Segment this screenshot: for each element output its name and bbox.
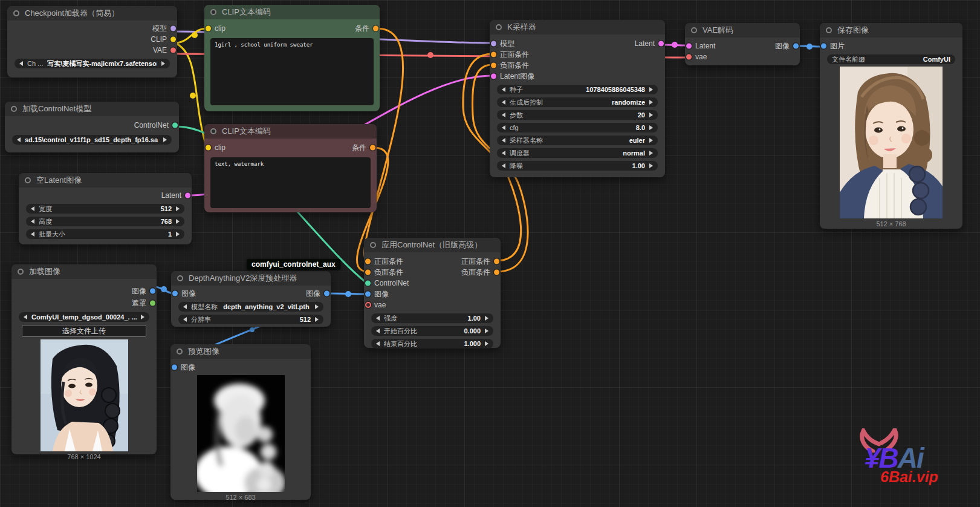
- decrement-arrow[interactable]: [376, 341, 380, 346]
- port-mask[interactable]: [150, 301, 155, 306]
- node-load-image[interactable]: 加载图像 图像 遮罩 ComfyUI_temp_dgsod_00024_. ..…: [11, 264, 157, 454]
- prompt-textarea[interactable]: 1girl , school uniform sweater: [210, 38, 374, 105]
- decrement-arrow[interactable]: [376, 329, 380, 333]
- decrement-arrow[interactable]: [31, 219, 34, 224]
- link-dot[interactable]: [672, 42, 678, 48]
- slot-row-latent[interactable]: Latent 图像: [685, 41, 800, 51]
- prev-arrow[interactable]: [183, 304, 187, 309]
- output-slot-image[interactable]: 图像: [11, 285, 157, 297]
- slot-row-model[interactable]: 模型 Latent: [490, 38, 665, 49]
- collapse-dot-icon[interactable]: [210, 9, 216, 15]
- port-latent-image-input[interactable]: [491, 74, 496, 79]
- node-titlebar[interactable]: VAE解码: [685, 23, 800, 38]
- scheduler-widget[interactable]: 调度器 normal: [497, 148, 658, 158]
- resolution-widget[interactable]: 分辨率 512: [178, 315, 323, 324]
- slot-row-vae[interactable]: vae: [685, 51, 800, 62]
- port-clip-input[interactable]: [206, 26, 211, 31]
- node-titlebar[interactable]: Checkpoint加载器（简易）: [7, 6, 177, 21]
- prompt-textarea[interactable]: text, watermark: [210, 157, 371, 208]
- node-clip-text-encode-positive[interactable]: CLIP文本编码 clip 条件 1girl , school uniform …: [204, 5, 380, 111]
- decrement-arrow[interactable]: [502, 87, 505, 92]
- node-titlebar[interactable]: 保存图像: [820, 23, 962, 38]
- node-preview-image[interactable]: 预览图像 图像: [170, 344, 311, 500]
- increment-arrow[interactable]: [176, 206, 180, 211]
- link-dot[interactable]: [250, 327, 255, 332]
- port-model-input[interactable]: [491, 41, 496, 47]
- slot-row[interactable]: clip 条件: [204, 141, 377, 154]
- collapse-dot-icon[interactable]: [11, 106, 17, 112]
- slot-row-image[interactable]: 图像: [170, 362, 311, 373]
- slot-row[interactable]: clip 条件: [204, 22, 380, 35]
- port-image-output[interactable]: [324, 291, 329, 296]
- port-controlnet[interactable]: [172, 123, 178, 128]
- link-dot[interactable]: [161, 286, 167, 292]
- collapse-dot-icon[interactable]: [210, 128, 216, 134]
- port-conditioning-output[interactable]: [370, 145, 375, 151]
- port-clip[interactable]: [170, 37, 176, 42]
- slot-row-vae[interactable]: vae: [364, 299, 501, 310]
- collapse-dot-icon[interactable]: [13, 10, 19, 16]
- decrement-arrow[interactable]: [502, 125, 505, 130]
- increment-arrow[interactable]: [649, 113, 653, 117]
- cfg-widget[interactable]: cfg 8.0: [497, 123, 658, 132]
- port-negative-input[interactable]: [491, 63, 496, 68]
- slot-row-positive[interactable]: 正面条件 正面条件: [364, 256, 501, 267]
- denoise-widget[interactable]: 降噪 1.00: [497, 161, 658, 171]
- next-arrow[interactable]: [649, 100, 653, 105]
- decrement-arrow[interactable]: [502, 163, 505, 168]
- slot-row-negative[interactable]: 负面条件: [490, 60, 665, 71]
- port-image[interactable]: [150, 289, 155, 294]
- prev-arrow[interactable]: [502, 151, 505, 155]
- collapse-dot-icon[interactable]: [370, 242, 376, 248]
- next-arrow[interactable]: [141, 315, 144, 319]
- node-controlnet-loader[interactable]: 加载ControlNet模型 ControlNet sd.15\control_…: [5, 102, 179, 152]
- prev-arrow[interactable]: [19, 61, 23, 66]
- collapse-dot-icon[interactable]: [177, 275, 183, 281]
- next-arrow[interactable]: [161, 61, 165, 66]
- ckpt-name-widget[interactable]: Ch ... 写实\麦橘写实-majicmix7.safetensors: [15, 59, 170, 68]
- link-dot[interactable]: [192, 32, 198, 38]
- port-conditioning-output[interactable]: [373, 26, 378, 31]
- collapse-dot-icon[interactable]: [18, 269, 24, 275]
- prev-arrow[interactable]: [502, 100, 505, 105]
- width-widget[interactable]: 宽度 512: [26, 204, 184, 214]
- node-titlebar[interactable]: 应用ControlNet（旧版高级）: [364, 238, 501, 252]
- image-file-widget[interactable]: ComfyUI_temp_dgsod_00024_. ...: [19, 312, 149, 322]
- steps-widget[interactable]: 步数 20: [497, 110, 658, 120]
- prev-arrow[interactable]: [24, 315, 27, 319]
- node-titlebar[interactable]: 加载ControlNet模型: [5, 102, 179, 116]
- slot-row-positive[interactable]: 正面条件: [490, 49, 665, 60]
- port-image-input[interactable]: [172, 365, 177, 370]
- node-clip-text-encode-negative[interactable]: CLIP文本编码 clip 条件 text, watermark: [204, 124, 377, 212]
- port-image-input[interactable]: [172, 291, 178, 296]
- decrement-arrow[interactable]: [502, 113, 505, 117]
- port-negative-output[interactable]: [494, 270, 499, 275]
- node-titlebar[interactable]: CLIP文本编码: [204, 5, 380, 19]
- node-depth-preprocessor[interactable]: DepthAnythingV2深度预处理器 图像 图像 模型名称 depth_a…: [171, 271, 331, 327]
- port-vae-input[interactable]: [686, 54, 692, 60]
- output-slot-latent[interactable]: Latent: [19, 190, 192, 201]
- port-latent-input[interactable]: [686, 44, 692, 49]
- port-positive-output[interactable]: [494, 259, 499, 264]
- model-name-widget[interactable]: 模型名称 depth_anything_v2_vitl.pth: [178, 302, 323, 312]
- next-arrow[interactable]: [315, 304, 319, 309]
- slot-row-image[interactable]: 图像 图像: [171, 288, 331, 299]
- end-percent-widget[interactable]: 结束百分比 1.000: [371, 339, 493, 348]
- increment-arrow[interactable]: [485, 316, 488, 321]
- node-titlebar[interactable]: 空Latent图像: [19, 173, 192, 188]
- increment-arrow[interactable]: [485, 329, 488, 333]
- seed-widget[interactable]: 种子 1078405886045348: [497, 85, 658, 94]
- start-percent-widget[interactable]: 开始百分比 0.000: [371, 326, 493, 336]
- batch-size-widget[interactable]: 批量大小 1: [26, 229, 184, 239]
- node-titlebar[interactable]: DepthAnythingV2深度预处理器: [171, 271, 331, 286]
- port-positive-input[interactable]: [491, 52, 496, 57]
- controlnet-name-widget[interactable]: sd.15\control_v11f1p_sd15_depth_fp16.sa …: [12, 135, 172, 145]
- collapse-dot-icon[interactable]: [826, 27, 832, 33]
- choose-file-upload-button[interactable]: 选择文件上传: [22, 325, 146, 337]
- port-image-input[interactable]: [365, 292, 371, 297]
- node-titlebar[interactable]: 预览图像: [170, 344, 311, 359]
- port-vae[interactable]: [170, 48, 176, 53]
- collapse-dot-icon[interactable]: [496, 24, 502, 30]
- increment-arrow[interactable]: [649, 125, 653, 130]
- port-vae-input-unconnected[interactable]: [365, 302, 371, 308]
